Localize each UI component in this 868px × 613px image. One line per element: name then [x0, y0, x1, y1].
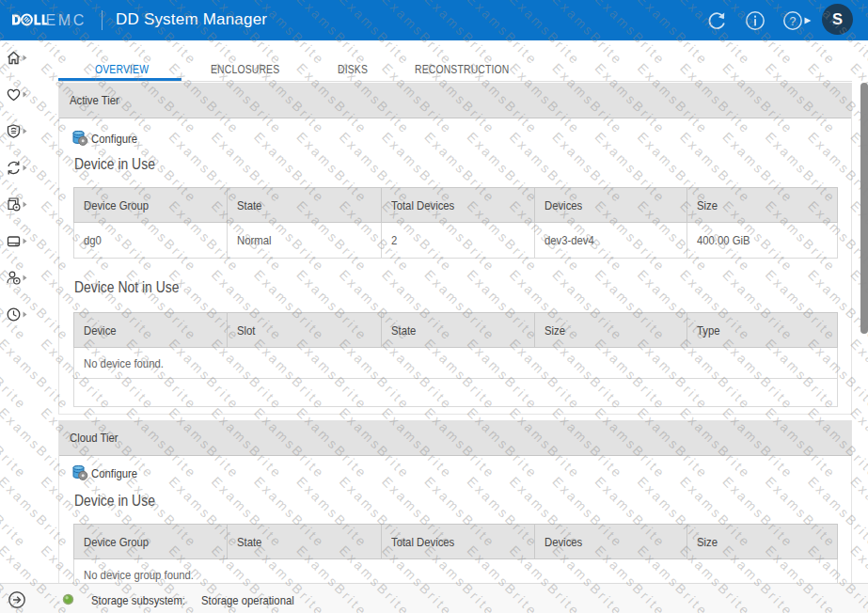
- svg-text:EMC: EMC: [46, 12, 87, 28]
- svg-text:?: ?: [790, 15, 797, 28]
